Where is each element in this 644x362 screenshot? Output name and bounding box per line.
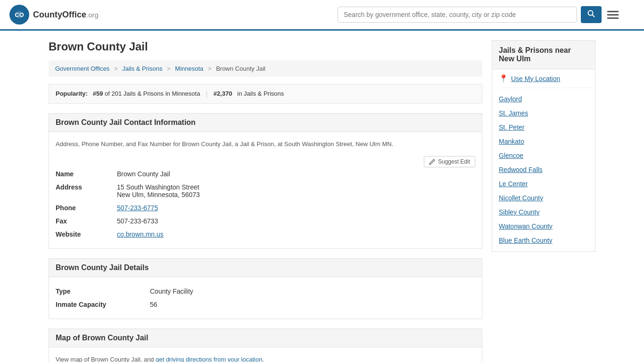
list-item: Redwood Falls: [492, 163, 595, 177]
sidebar-link-gaylord[interactable]: Gaylord: [492, 92, 595, 106]
breadcrumb-link-gov[interactable]: Government Offices: [55, 65, 109, 72]
suggest-edit-button[interactable]: Suggest Edit: [424, 156, 475, 167]
table-row: Inmate Capacity 56: [56, 298, 475, 311]
details-section: Brown County Jail Details Type County Fa…: [49, 258, 482, 319]
use-location-item: 📍 Use My Location: [492, 69, 595, 88]
use-location-link[interactable]: Use My Location: [511, 75, 560, 82]
list-item: Nicollet County: [492, 191, 595, 205]
website-value: co.brown.mn.us: [117, 228, 475, 241]
search-button[interactable]: [581, 6, 602, 23]
details-table: Type County Facility Inmate Capacity 56: [56, 285, 475, 311]
website-label: Website: [56, 228, 117, 241]
driving-directions-link[interactable]: get driving directions from your locatio…: [156, 356, 262, 362]
search-area: [338, 6, 620, 23]
address-label: Address: [56, 181, 117, 201]
capacity-label: Inmate Capacity: [56, 298, 150, 311]
sidebar-link-watonwan[interactable]: Watonwan County: [492, 219, 595, 233]
popularity-rank1-text: of 201 Jails & Prisons in Minnesota: [105, 90, 200, 97]
details-section-body: Type County Facility Inmate Capacity 56: [49, 277, 482, 319]
sidebar-list: Gaylord St. James St. Peter Mankato Glen…: [492, 88, 595, 251]
map-section-header: Map of Brown County Jail: [49, 329, 482, 347]
location-pin-icon: 📍: [499, 74, 508, 83]
breadcrumb-link-minnesota[interactable]: Minnesota: [175, 65, 203, 72]
breadcrumb-current: Brown County Jail: [216, 65, 265, 72]
fax-label: Fax: [56, 214, 117, 228]
sidebar-box: Jails & Prisons near New Ulm 📍 Use My Lo…: [492, 40, 595, 252]
map-section: Map of Brown County Jail View map of Bro…: [49, 329, 482, 362]
phone-value: 507-233-6775: [117, 201, 475, 214]
type-value: County Facility: [150, 285, 475, 298]
logo-area: CO CountyOffice.org: [9, 5, 99, 25]
sidebar-link-nicollet[interactable]: Nicollet County: [492, 191, 595, 205]
contact-section: Brown County Jail Contact Information Ad…: [49, 113, 482, 249]
menu-button[interactable]: [605, 9, 620, 21]
sidebar-link-stpeter[interactable]: St. Peter: [492, 120, 595, 134]
list-item: Sibley County: [492, 205, 595, 219]
address-value: 15 South Washington Street New Ulm, Minn…: [117, 181, 475, 201]
table-row: Address 15 South Washington Street New U…: [56, 181, 475, 201]
contact-info-table: Name Brown County Jail Address 15 South …: [56, 167, 475, 241]
phone-link[interactable]: 507-233-6775: [117, 204, 158, 212]
phone-label: Phone: [56, 201, 117, 214]
contact-section-header: Brown County Jail Contact Information: [49, 113, 482, 132]
logo-text[interactable]: CountyOffice.org: [33, 10, 99, 20]
popularity-rank1: #59: [93, 90, 103, 97]
sidebar-link-sibley[interactable]: Sibley County: [492, 205, 595, 219]
list-item: St. James: [492, 106, 595, 120]
website-link[interactable]: co.brown.mn.us: [117, 230, 164, 238]
type-label: Type: [56, 285, 150, 298]
main-container: Brown County Jail Government Offices > J…: [39, 31, 605, 362]
list-item: Le Center: [492, 177, 595, 191]
name-value: Brown County Jail: [117, 167, 475, 181]
svg-line-4: [593, 15, 595, 17]
sidebar-link-glencoe[interactable]: Glencoe: [492, 148, 595, 163]
list-item: St. Peter: [492, 120, 595, 134]
sidebar: Jails & Prisons near New Ulm 📍 Use My Lo…: [492, 40, 595, 362]
name-label: Name: [56, 167, 117, 181]
breadcrumb-link-jails[interactable]: Jails & Prisons: [122, 65, 162, 72]
popularity-bar: Popularity: #59 of 201 Jails & Prisons i…: [49, 84, 482, 104]
sidebar-link-mankato[interactable]: Mankato: [492, 134, 595, 148]
separator: [206, 91, 207, 98]
table-row: Phone 507-233-6775: [56, 201, 475, 214]
details-section-header: Brown County Jail Details: [49, 258, 482, 277]
svg-point-3: [588, 11, 593, 16]
capacity-value: 56: [150, 298, 475, 311]
list-item: Gaylord: [492, 92, 595, 106]
list-item: Mankato: [492, 134, 595, 148]
sidebar-link-lecenter[interactable]: Le Center: [492, 177, 595, 191]
popularity-rank2: #2,370: [214, 90, 232, 97]
popularity-label: Popularity:: [56, 90, 88, 97]
table-row: Website co.brown.mn.us: [56, 228, 475, 241]
table-row: Type County Facility: [56, 285, 475, 298]
content-area: Brown County Jail Government Offices > J…: [49, 40, 482, 362]
list-item: Glencoe: [492, 148, 595, 163]
page-title: Brown County Jail: [49, 40, 482, 53]
table-row: Name Brown County Jail: [56, 167, 475, 181]
search-input[interactable]: [338, 7, 577, 23]
map-section-body: View map of Brown County Jail, and get d…: [49, 347, 482, 362]
breadcrumb: Government Offices > Jails & Prisons > M…: [49, 60, 482, 77]
contact-section-body: Address, Phone Number, and Fax Number fo…: [49, 132, 482, 249]
popularity-rank2-text: in Jails & Prisons: [237, 90, 284, 97]
list-item: Watonwan County: [492, 219, 595, 233]
map-description: View map of Brown County Jail, and get d…: [56, 355, 475, 362]
svg-text:CO: CO: [15, 11, 24, 18]
site-header: CO CountyOffice.org: [0, 0, 644, 31]
contact-description: Address, Phone Number, and Fax Number fo…: [56, 140, 475, 149]
fax-value: 507-233-6733: [117, 214, 475, 228]
sidebar-link-blueearth[interactable]: Blue Earth County: [492, 233, 595, 247]
list-item: Blue Earth County: [492, 233, 595, 247]
sidebar-link-redwoodfalls[interactable]: Redwood Falls: [492, 163, 595, 177]
sidebar-title: Jails & Prisons near New Ulm: [492, 41, 595, 69]
logo-icon: CO: [9, 5, 29, 25]
table-row: Fax 507-233-6733: [56, 214, 475, 228]
sidebar-link-stjames[interactable]: St. James: [492, 106, 595, 120]
